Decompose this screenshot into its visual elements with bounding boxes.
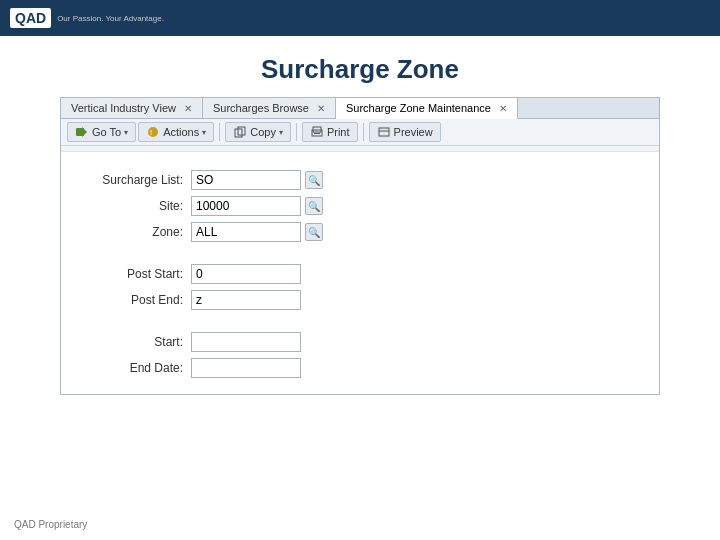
- surcharge-list-row: Surcharge List: 🔍: [81, 170, 639, 190]
- toolbar-sep-3: [363, 123, 364, 141]
- tab-vertical-industry-label: Vertical Industry View: [71, 102, 176, 114]
- actions-label: Actions: [163, 126, 199, 138]
- tab-surcharges-browse-label: Surcharges Browse: [213, 102, 309, 114]
- goto-dropdown-arrow: ▾: [124, 128, 128, 137]
- zone-label: Zone:: [81, 225, 191, 239]
- surcharge-list-input-wrap: 🔍: [191, 170, 323, 190]
- page-title-area: Surcharge Zone: [0, 36, 720, 97]
- surcharge-list-input[interactable]: [191, 170, 301, 190]
- toolbar-row: Go To ▾ ! Actions ▾ Copy ▾ Print: [61, 119, 659, 146]
- copy-icon: [233, 125, 247, 139]
- top-bar: QAD Our Passion. Your Advantage.: [0, 0, 720, 36]
- post-start-input-wrap: [191, 264, 301, 284]
- svg-rect-8: [314, 133, 320, 134]
- print-button[interactable]: Print: [302, 122, 358, 142]
- post-start-label: Post Start:: [81, 267, 191, 281]
- end-date-row: End Date:: [81, 358, 639, 378]
- site-search-btn[interactable]: 🔍: [305, 197, 323, 215]
- end-date-input[interactable]: [191, 358, 301, 378]
- post-end-input-wrap: [191, 290, 301, 310]
- site-input[interactable]: [191, 196, 301, 216]
- goto-icon: [75, 125, 89, 139]
- goto-button[interactable]: Go To ▾: [67, 122, 136, 142]
- tab-surcharge-zone-label: Surcharge Zone Maintenance: [346, 102, 491, 114]
- zone-input[interactable]: [191, 222, 301, 242]
- start-input[interactable]: [191, 332, 301, 352]
- site-row: Site: 🔍: [81, 196, 639, 216]
- start-row: Start:: [81, 332, 639, 352]
- goto-label: Go To: [92, 126, 121, 138]
- zone-search-btn[interactable]: 🔍: [305, 223, 323, 241]
- footer: QAD Proprietary: [14, 519, 87, 530]
- actions-icon: !: [146, 125, 160, 139]
- tab-surcharges-browse[interactable]: Surcharges Browse ✕: [203, 98, 336, 118]
- site-label: Site:: [81, 199, 191, 213]
- svg-rect-9: [379, 128, 389, 136]
- page-title: Surcharge Zone: [0, 54, 720, 85]
- print-icon: [310, 125, 324, 139]
- start-label: Start:: [81, 335, 191, 349]
- post-end-input[interactable]: [191, 290, 301, 310]
- main-content: Vertical Industry View ✕ Surcharges Brow…: [60, 97, 660, 395]
- end-date-input-wrap: [191, 358, 301, 378]
- tab-vertical-industry-close[interactable]: ✕: [184, 103, 192, 114]
- logo-qad: QAD: [15, 10, 46, 26]
- tab-surcharge-zone[interactable]: Surcharge Zone Maintenance ✕: [336, 98, 518, 119]
- post-start-input[interactable]: [191, 264, 301, 284]
- svg-text:!: !: [150, 128, 152, 137]
- actions-dropdown-arrow: ▾: [202, 128, 206, 137]
- tab-surcharge-zone-close[interactable]: ✕: [499, 103, 507, 114]
- end-date-label: End Date:: [81, 361, 191, 375]
- form-divider-1: [81, 248, 639, 264]
- surcharge-list-search-btn[interactable]: 🔍: [305, 171, 323, 189]
- tabs-row: Vertical Industry View ✕ Surcharges Brow…: [61, 98, 659, 119]
- post-end-row: Post End:: [81, 290, 639, 310]
- copy-label: Copy: [250, 126, 276, 138]
- form-divider-2: [81, 316, 639, 332]
- site-input-wrap: 🔍: [191, 196, 323, 216]
- logo-area: QAD Our Passion. Your Advantage.: [10, 8, 164, 28]
- print-label: Print: [327, 126, 350, 138]
- zone-row: Zone: 🔍: [81, 222, 639, 242]
- form-area: Surcharge List: 🔍 Site: 🔍 Zone:: [61, 152, 659, 394]
- tab-surcharges-browse-close[interactable]: ✕: [317, 103, 325, 114]
- zone-search-icon: 🔍: [308, 227, 320, 238]
- surcharge-list-label: Surcharge List:: [81, 173, 191, 187]
- copy-dropdown-arrow: ▾: [279, 128, 283, 137]
- actions-button[interactable]: ! Actions ▾: [138, 122, 214, 142]
- preview-button[interactable]: Preview: [369, 122, 441, 142]
- copy-button[interactable]: Copy ▾: [225, 122, 291, 142]
- zone-input-wrap: 🔍: [191, 222, 323, 242]
- post-end-label: Post End:: [81, 293, 191, 307]
- logo-box: QAD: [10, 8, 51, 28]
- start-input-wrap: [191, 332, 301, 352]
- toolbar-sep-2: [296, 123, 297, 141]
- tab-vertical-industry[interactable]: Vertical Industry View ✕: [61, 98, 203, 118]
- preview-icon: [377, 125, 391, 139]
- site-search-icon: 🔍: [308, 201, 320, 212]
- logo-tagline: Our Passion. Your Advantage.: [57, 14, 164, 23]
- toolbar-sep-1: [219, 123, 220, 141]
- footer-text: QAD Proprietary: [14, 519, 87, 530]
- svg-marker-1: [82, 127, 87, 137]
- surcharge-list-search-icon: 🔍: [308, 175, 320, 186]
- preview-label: Preview: [394, 126, 433, 138]
- post-start-row: Post Start:: [81, 264, 639, 284]
